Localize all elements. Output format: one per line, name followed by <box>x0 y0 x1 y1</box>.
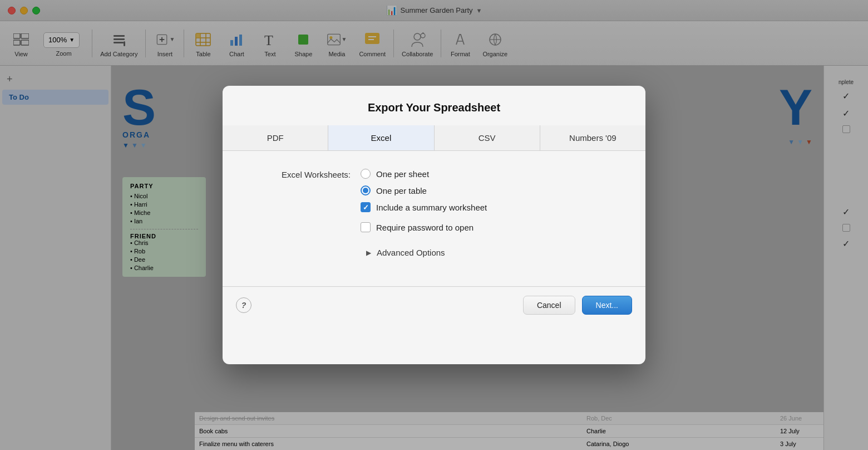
tab-numbers09[interactable]: Numbers '09 <box>540 125 645 150</box>
include-summary-label: Include a summary worksheet <box>376 203 487 212</box>
checkbox-check-icon: ✓ <box>363 204 369 211</box>
export-modal: Export Your Spreadsheet PDF Excel CSV Nu… <box>223 86 645 364</box>
worksheets-row: Excel Worksheets: One per sheet On <box>249 169 619 212</box>
radio-inner-table <box>363 188 368 193</box>
radio-one-per-table[interactable]: One per table <box>361 185 487 195</box>
radio-circle-table <box>361 185 371 195</box>
radio-one-per-sheet[interactable]: One per sheet <box>361 169 487 179</box>
modal-overlay: Export Your Spreadsheet PDF Excel CSV Nu… <box>0 0 868 450</box>
one-per-sheet-label: One per sheet <box>376 169 429 179</box>
advanced-options-row[interactable]: ▶ Advanced Options <box>249 246 619 260</box>
one-per-table-label: One per table <box>376 186 427 195</box>
footer-buttons: Cancel Next... <box>523 296 632 315</box>
help-button[interactable]: ? <box>236 297 251 313</box>
checkbox-summary-box: ✓ <box>361 202 371 212</box>
modal-title: Export Your Spreadsheet <box>223 86 645 125</box>
worksheet-options: One per sheet One per table ✓ <box>361 169 487 212</box>
modal-body: Excel Worksheets: One per sheet On <box>223 151 645 286</box>
tab-pdf[interactable]: PDF <box>223 125 328 150</box>
advanced-options-label: Advanced Options <box>377 248 445 257</box>
checkbox-include-summary[interactable]: ✓ Include a summary worksheet <box>361 202 487 212</box>
tab-csv[interactable]: CSV <box>435 125 540 150</box>
tab-excel[interactable]: Excel <box>328 125 434 150</box>
triangle-expand-icon: ▶ <box>366 249 371 257</box>
password-row: Require password to open <box>249 222 619 232</box>
modal-footer: ? Cancel Next... <box>223 286 645 324</box>
checkbox-password-box <box>361 222 371 232</box>
password-label: Require password to open <box>376 223 474 232</box>
worksheets-label: Excel Worksheets: <box>249 169 361 179</box>
app-window: 📊 Summer Garden Party ▼ View 100% ▼ Zoom <box>0 0 868 450</box>
radio-circle-sheet <box>361 169 371 179</box>
modal-tabs: PDF Excel CSV Numbers '09 <box>223 125 645 151</box>
cancel-button[interactable]: Cancel <box>523 296 575 315</box>
next-button[interactable]: Next... <box>582 296 632 315</box>
checkbox-password[interactable]: Require password to open <box>361 222 474 232</box>
